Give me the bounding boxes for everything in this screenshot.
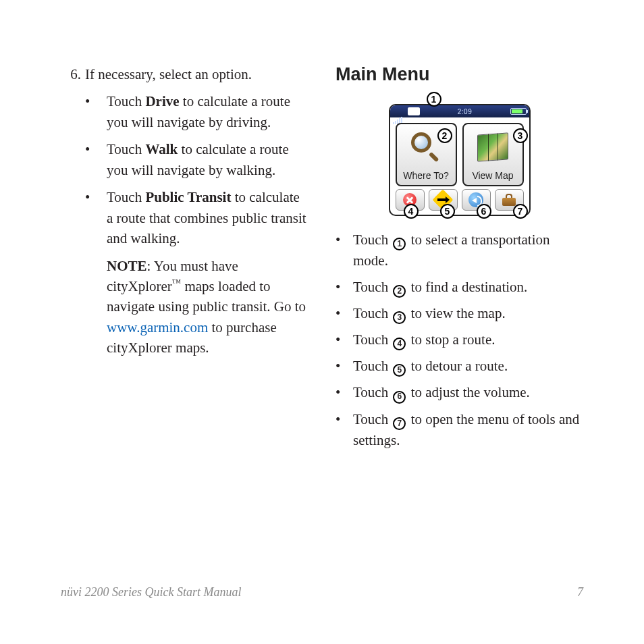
callout-circle-3: 3 xyxy=(513,128,528,143)
note-colon: : xyxy=(147,258,154,274)
callout-item: Touch 4 to stop a route. xyxy=(336,329,583,350)
text: Touch xyxy=(353,305,392,321)
step-6: 6. If necessary, select an option. Touch… xyxy=(61,64,308,365)
callout-item: Touch 2 to find a destination. xyxy=(336,277,583,298)
inline-circle-3: 3 xyxy=(393,311,406,324)
tile-label: View Map xyxy=(472,170,513,181)
callout-circle-5: 5 xyxy=(440,204,455,219)
callout-circle-6: 6 xyxy=(477,204,491,219)
inline-circle-6: 6 xyxy=(393,391,406,404)
callout-circle-7: 7 xyxy=(513,204,528,219)
option-walk: Touch Walk to calculate a route you will… xyxy=(85,139,308,180)
text: to find a destination. xyxy=(407,279,527,295)
manual-page: 6. If necessary, select an option. Touch… xyxy=(0,0,644,483)
callout-list: Touch 1 to select a transportation mode.… xyxy=(336,230,583,450)
tile-label: Where To? xyxy=(403,170,448,181)
callout-circle-2: 2 xyxy=(437,128,452,143)
inline-circle-4: 4 xyxy=(393,338,406,350)
text: Touch xyxy=(107,141,145,157)
text: to adjust the volume. xyxy=(407,384,529,400)
inline-circle-2: 2 xyxy=(393,285,406,298)
step-list: 6. If necessary, select an option. Touch… xyxy=(61,64,308,365)
callout-item: Touch 3 to view the map. xyxy=(336,303,583,324)
inline-circle-1: 1 xyxy=(393,238,406,250)
bold-word: Public Transit xyxy=(145,189,231,205)
text: Touch xyxy=(353,279,392,295)
text: Touch xyxy=(353,411,392,427)
callout-item: Touch 7 to open the menu of tools and se… xyxy=(336,409,583,451)
callout-circle-4: 4 xyxy=(404,204,419,219)
left-column: 6. If necessary, select an option. Touch… xyxy=(61,64,308,456)
text: Touch xyxy=(353,331,392,348)
option-drive: Touch Drive to calculate a route you wil… xyxy=(85,91,308,132)
step-number: 6. xyxy=(61,64,81,365)
step-body: If necessary, select an option. Touch Dr… xyxy=(85,64,308,365)
text: Touch xyxy=(107,93,145,109)
callout-item: Touch 1 to select a transportation mode. xyxy=(336,230,583,271)
callout-item: Touch 5 to detour a route. xyxy=(336,356,583,377)
footer-title: nüvi 2200 Series Quick Start Manual xyxy=(61,585,241,599)
text: to detour a route. xyxy=(407,358,508,374)
heading-main-menu: Main Menu xyxy=(336,64,583,85)
option-transit: Touch Public Transit to calculate a rout… xyxy=(85,187,308,358)
battery-icon xyxy=(510,108,527,115)
page-footer: nüvi 2200 Series Quick Start Manual 7 xyxy=(61,585,583,599)
bold-word: Walk xyxy=(145,141,178,157)
text: Touch xyxy=(353,232,392,248)
device-screen: 2:09 Where To? xyxy=(389,104,531,216)
text: Touch xyxy=(107,189,145,205)
status-time: 2:09 xyxy=(423,108,508,115)
text: to stop a route. xyxy=(407,331,495,348)
device-figure: 1 2 3 4 5 6 7 2:09 xyxy=(336,92,583,220)
tools-icon xyxy=(502,194,516,206)
status-bar: 2:09 xyxy=(390,105,529,117)
callout-item: Touch 6 to adjust the volume. xyxy=(336,382,583,403)
option-list: Touch Drive to calculate a route you wil… xyxy=(85,91,308,358)
signal-icon xyxy=(393,108,405,115)
trademark: ™ xyxy=(172,277,181,288)
tile-row: Where To? View Map xyxy=(390,117,529,189)
inline-circle-7: 7 xyxy=(393,417,406,430)
bold-word: Drive xyxy=(145,93,179,109)
transport-mode-icon[interactable] xyxy=(408,107,420,115)
text: Touch xyxy=(353,384,392,400)
page-number: 7 xyxy=(577,585,583,599)
map-icon xyxy=(477,132,508,161)
inline-circle-5: 5 xyxy=(393,364,406,377)
garmin-link[interactable]: www.garmin.com xyxy=(107,319,208,336)
right-column: Main Menu 1 2 3 4 5 6 7 2:09 xyxy=(336,64,583,456)
device: 1 2 3 4 5 6 7 2:09 xyxy=(382,92,537,220)
step-text: If necessary, select an option. xyxy=(85,66,252,82)
text: to view the map. xyxy=(407,305,505,321)
note-label: NOTE xyxy=(107,258,147,274)
text: Touch xyxy=(353,358,392,374)
callout-circle-1: 1 xyxy=(427,92,441,107)
